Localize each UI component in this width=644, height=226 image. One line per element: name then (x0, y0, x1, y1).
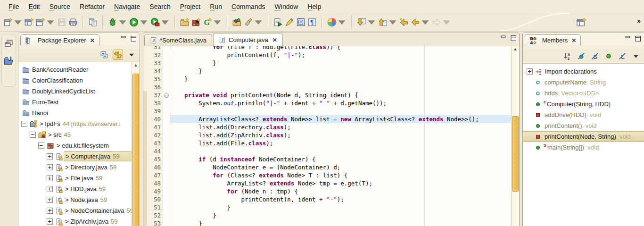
line-number[interactable]: 37 (147, 91, 163, 99)
new-package-button[interactable] (190, 17, 202, 28)
tree-item-edu-kit-filesystem[interactable]: > edu.kit.filesystem (18, 140, 132, 151)
annotation-ruler-cell[interactable] (143, 51, 147, 59)
tree-item-doublylinkedcycliclist[interactable]: DoublyLinkedCyclicList (18, 86, 132, 97)
dropdown-caret-icon[interactable] (13, 17, 23, 27)
line-number[interactable]: 48 (147, 179, 163, 187)
tree-expander[interactable] (30, 132, 36, 138)
line-number[interactable]: 44 (147, 147, 163, 155)
annotation-ruler-cell[interactable] (143, 59, 147, 67)
toolbar-overflow-chevron[interactable]: » (637, 17, 640, 25)
line-number[interactable]: 38 (147, 99, 163, 107)
fold-ruler-cell[interactable] (163, 203, 170, 211)
package-explorer-close-icon[interactable]: ✕ (90, 37, 95, 44)
new-window-button[interactable] (24, 17, 35, 28)
fold-ruler-cell[interactable] (163, 219, 170, 226)
tree-expander[interactable] (47, 208, 53, 214)
fold-ruler-cell[interactable] (163, 131, 170, 139)
fold-ruler-cell[interactable] (163, 75, 170, 83)
scrollbar-thumb[interactable] (512, 116, 519, 192)
fold-ruler-cell[interactable] (163, 83, 170, 91)
fold-ruler-cell[interactable] (163, 59, 170, 67)
new-class-button[interactable]: G (202, 17, 223, 28)
fold-ruler-cell[interactable] (163, 51, 170, 59)
tree-item-colorclassification[interactable]: ColorClassification (18, 75, 132, 86)
line-number[interactable]: 43 (147, 139, 163, 147)
annotation-ruler-cell[interactable] (143, 203, 147, 211)
view-menu-button[interactable] (631, 51, 641, 61)
members-close-icon[interactable]: ✕ (571, 37, 576, 44)
run-button[interactable] (128, 17, 149, 28)
print-button[interactable] (67, 17, 79, 28)
dropdown-caret-icon[interactable] (337, 17, 347, 27)
new-wizard-button[interactable] (2, 17, 24, 28)
code-text[interactable]: } (170, 203, 512, 211)
annotation-ruler-cell[interactable] (143, 131, 147, 139)
member-adddrive-hdd-[interactable]: addDrive(HDD) : void (523, 109, 644, 120)
code-text[interactable]: list.add(File.class); (170, 139, 512, 147)
maximize-button[interactable] (131, 36, 137, 42)
editor-tab--someclass-java[interactable]: J*SomeClass.java (144, 34, 212, 46)
annotation-ruler-cell[interactable] (143, 99, 147, 107)
code-text[interactable]: } (170, 75, 512, 83)
link-editor-button[interactable] (113, 50, 123, 60)
dropdown-caret-icon[interactable] (46, 17, 55, 27)
fold-ruler-cell[interactable] (163, 123, 170, 131)
tree-item-ziparchiv-java[interactable]: J> ZipArchiv.java59 (18, 216, 132, 226)
members-tab[interactable]: Members ✕ (525, 34, 581, 46)
dropdown-caret-icon[interactable] (367, 17, 376, 27)
line-number[interactable]: 50 (147, 195, 163, 203)
sort-az-button[interactable]: az (562, 51, 573, 61)
tree-item-file-java[interactable]: J> File.java59 (18, 173, 132, 184)
tree-item-hdd-java[interactable]: J> HDD.java59 (18, 184, 132, 194)
tree-item-node-java[interactable]: J> Node.java59 (18, 194, 132, 205)
member-computername[interactable]: computerName : String (523, 77, 644, 88)
code-text[interactable]: if (d instanceof NodeContainer) { (170, 155, 512, 163)
fold-ruler-cell[interactable] (163, 115, 170, 123)
member-expander[interactable] (527, 68, 533, 75)
line-number[interactable]: 46 (147, 163, 163, 171)
debug-button[interactable] (107, 17, 128, 28)
dropdown-caret-icon[interactable] (160, 17, 170, 27)
fold-ruler-cell[interactable] (163, 211, 170, 219)
code-editor[interactable]: 31 for (File f : hdd.get(File.class)) {3… (143, 46, 512, 226)
annotation-ruler-cell[interactable] (143, 107, 147, 115)
line-number[interactable]: 31 (147, 46, 163, 51)
annotation-ruler-cell[interactable] (143, 123, 147, 131)
scrollbar-thumb[interactable] (132, 74, 139, 226)
code-text[interactable]: } (170, 67, 512, 75)
highlighter-button[interactable] (284, 17, 295, 28)
code-text[interactable]: } (170, 211, 512, 219)
line-number[interactable]: 41 (147, 123, 163, 131)
fold-ruler-cell[interactable] (163, 147, 170, 155)
menu-search[interactable]: Search (145, 1, 175, 12)
code-text[interactable]: printContent(f, "|-"); (170, 51, 512, 59)
view-menu-button[interactable] (126, 50, 137, 60)
tree-expander[interactable] (47, 175, 53, 181)
copy-resource-button[interactable] (87, 17, 99, 28)
menu-project[interactable]: Project (175, 1, 206, 12)
tree-item-bankaccountreader[interactable]: BankAccountReader (18, 64, 132, 75)
tab-close-icon[interactable]: ✕ (272, 37, 277, 43)
restore-view-button[interactable] (4, 38, 14, 49)
fold-ruler-cell[interactable] (163, 187, 170, 195)
prev-annotation-button[interactable] (377, 17, 398, 28)
dropdown-caret-icon[interactable] (388, 17, 397, 27)
member-main-string-[interactable]: Smain(String[]) : void (523, 142, 644, 153)
fold-ruler-cell[interactable] (163, 107, 170, 115)
annotation-ruler-cell[interactable] (143, 211, 147, 219)
new-java-project-button[interactable] (179, 17, 190, 28)
external-tools-button[interactable] (149, 17, 171, 28)
menu-window[interactable]: Window (270, 1, 303, 12)
code-text[interactable]: list.add(ZipArchiv.class); (170, 131, 512, 139)
tree-expander[interactable] (47, 218, 53, 225)
collapse-all-button[interactable] (99, 50, 109, 60)
fold-collapse-icon[interactable] (164, 93, 169, 98)
dropdown-caret-icon[interactable] (421, 17, 430, 27)
annotation-ruler-cell[interactable] (143, 83, 147, 91)
new-view-button[interactable] (35, 17, 56, 28)
dropdown-caret-icon[interactable] (118, 17, 127, 27)
package-explorer-scrollbar[interactable]: ▲ (132, 62, 140, 226)
back-button[interactable] (410, 17, 431, 28)
tree-item-computer-java[interactable]: J> Computer.java59 (18, 151, 132, 162)
hide-local-button[interactable]: L (617, 51, 627, 61)
